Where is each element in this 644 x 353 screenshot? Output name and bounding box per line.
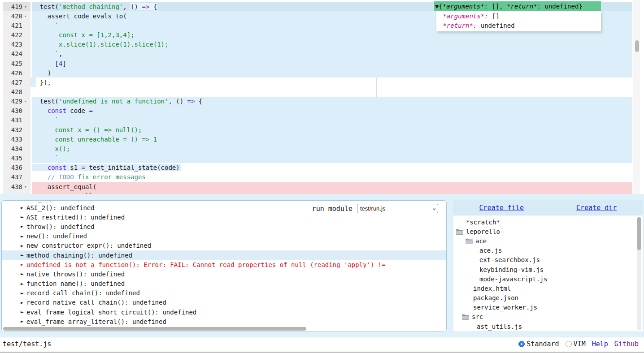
radio-unselected-icon[interactable]: [566, 341, 572, 347]
test-result-item[interactable]: ►eval_frame array_literal(): undefined: [2, 317, 446, 326]
create-file-link[interactable]: Create file: [479, 204, 524, 212]
code-line-428[interactable]: 428: [0, 87, 632, 96]
code-text[interactable]: const code =: [30, 106, 632, 116]
test-result-item[interactable]: ►throw(): undefined: [2, 222, 446, 231]
collapse-triangle-icon[interactable]: ►: [21, 243, 26, 249]
value-tooltip-summary[interactable]: ▼{*arguments*: [], *return*: undefined}: [434, 1, 601, 11]
code-text[interactable]: const x = () => null();: [30, 125, 632, 134]
test-result-item[interactable]: ►undefined is not a function(): Error: F…: [2, 260, 446, 269]
code-line-430[interactable]: 430 const code =: [0, 106, 632, 116]
tree-item-ace[interactable]: ace: [453, 236, 643, 245]
collapse-triangle-icon[interactable]: ►: [21, 300, 26, 306]
fold-arrow-icon[interactable]: ▾: [22, 4, 29, 9]
run-module-select[interactable]: test/run.js: [357, 204, 438, 213]
collapse-triangle-icon[interactable]: ►: [21, 290, 26, 296]
code-line-422[interactable]: 422 const x = [1,2,3,4];: [0, 30, 632, 39]
tree-item--scratch-[interactable]: *scratch*: [453, 217, 643, 227]
test-result-item[interactable]: ►record native call chain(): undefined: [2, 298, 446, 307]
gutter-cell: 421: [0, 21, 30, 30]
tree-item-package-json[interactable]: package.json: [453, 293, 643, 303]
help-link[interactable]: Help: [592, 340, 608, 348]
create-dir-link[interactable]: Create dir: [576, 204, 617, 212]
tree-item-src[interactable]: src: [453, 312, 643, 322]
tree-item-service-worker-js[interactable]: service_worker.js: [453, 303, 643, 312]
code-text[interactable]: x();: [30, 144, 632, 153]
tree-scrollbar-thumb[interactable]: [637, 217, 641, 250]
code-text[interactable]: const s1 = test_initial_state(code): [30, 163, 632, 172]
code-line-433[interactable]: 433 const unreachable = () => 1: [0, 134, 632, 144]
tooltip-entry[interactable]: *return*: undefined: [439, 21, 597, 30]
test-result-item[interactable]: ►record call chain(): undefined: [2, 288, 446, 298]
test-result-item[interactable]: ►method chaining(): undefined: [2, 250, 446, 260]
code-line-432[interactable]: 432 const x = () => null();: [0, 125, 632, 134]
tree-item-label: service_worker.js: [473, 304, 537, 311]
collapse-triangle-icon[interactable]: ►: [21, 319, 26, 324]
tree-item-mode-javascript-js[interactable]: mode-javascript.js: [453, 274, 643, 284]
collapse-triangle-icon[interactable]: ►: [21, 224, 26, 229]
line-number: 432: [0, 126, 22, 133]
tree-item-index-html[interactable]: index.html: [453, 284, 643, 293]
tree-item-keybinding-vim-js[interactable]: keybinding-vim.js: [453, 265, 643, 274]
radio-selected-icon[interactable]: [518, 341, 525, 347]
tree-item-label: ace: [475, 237, 487, 245]
code-text[interactable]: const unreachable = () => 1: [30, 134, 632, 144]
keybinding-standard-option[interactable]: Standard: [518, 340, 559, 348]
collapse-triangle-icon[interactable]: ►: [21, 252, 26, 258]
code-line-424[interactable]: 424 `,: [0, 49, 632, 59]
code-text[interactable]: }),: [30, 77, 632, 87]
code-text[interactable]: x.slice(1).slice(1).slice(1);: [30, 40, 632, 49]
fold-arrow-icon[interactable]: ▾: [22, 14, 29, 18]
collapse-triangle-icon[interactable]: ►: [21, 205, 26, 211]
collapse-triangle-icon[interactable]: ►: [21, 271, 26, 277]
code-text[interactable]: ): [30, 68, 632, 77]
collapse-triangle-icon[interactable]: ►: [21, 262, 26, 267]
collapse-triangle-icon[interactable]: ►: [21, 233, 26, 239]
code-text[interactable]: `: [30, 154, 632, 163]
code-editor[interactable]: 419▾ test('method chaining', () => {420▾…: [0, 0, 644, 194]
code-text[interactable]: `: [30, 116, 632, 125]
collapse-triangle-icon[interactable]: ►: [21, 201, 26, 201]
code-line-438[interactable]: 438▾ assert_equal(: [0, 182, 632, 191]
test-result-item[interactable]: ►eval_frame logical short circuit(): und…: [2, 307, 446, 317]
gutter-cell: 419▾: [0, 2, 30, 11]
code-text[interactable]: `,: [30, 49, 632, 59]
code-line-427[interactable]: 427 }),: [0, 77, 632, 87]
results-hscrollbar-thumb[interactable]: [3, 327, 306, 331]
line-number: 429: [0, 98, 22, 105]
code-text[interactable]: assert_equal(: [30, 182, 632, 191]
code-text[interactable]: // TODO fix error messages: [30, 172, 632, 182]
keybinding-vim-option[interactable]: VIM: [566, 340, 586, 348]
test-result-item[interactable]: ►native throws(): undefined: [2, 269, 446, 279]
code-line-436[interactable]: 436 const s1 = test_initial_state(code): [0, 163, 632, 172]
collapse-triangle-icon[interactable]: ►: [21, 214, 26, 220]
tree-item-leporello[interactable]: leporello: [453, 227, 643, 236]
fold-arrow-icon[interactable]: ▾: [22, 99, 29, 103]
collapse-triangle-icon[interactable]: ►: [21, 281, 26, 287]
code-line-423[interactable]: 423 x.slice(1).slice(1).slice(1);: [0, 40, 632, 49]
code-line-434[interactable]: 434 x();: [0, 144, 632, 153]
code-line-425[interactable]: 425 [4]: [0, 59, 632, 68]
test-result-item[interactable]: ►new constructor expr(): undefined: [2, 241, 446, 250]
code-line-431[interactable]: 431 `: [0, 116, 632, 125]
code-line-435[interactable]: 435 `: [0, 154, 632, 163]
test-result-item[interactable]: ►new(): undefined: [2, 232, 446, 241]
fold-arrow-icon[interactable]: ▾: [22, 185, 29, 189]
test-result-item[interactable]: ►function name(): undefined: [2, 279, 446, 288]
code-text[interactable]: const x = [1,2,3,4];: [30, 30, 632, 39]
code-line-426[interactable]: 426 ): [0, 68, 632, 77]
editor-scrollbar-thumb[interactable]: [635, 40, 639, 52]
code-text[interactable]: [30, 87, 632, 96]
test-result-item[interactable]: ►ASI_restrited(): undefined: [2, 212, 446, 222]
code-line-437[interactable]: 437 // TODO fix error messages: [0, 172, 632, 182]
code-line-429[interactable]: 429▾ test('undefined is not a function',…: [0, 97, 632, 106]
collapse-triangle-icon[interactable]: ►: [21, 309, 26, 315]
code-token: fix error messages: [74, 173, 146, 181]
github-link[interactable]: Github: [614, 340, 639, 348]
tree-item-ext-searchbox-js[interactable]: ext-searchbox.js: [453, 255, 643, 265]
line-number: 427: [0, 79, 22, 86]
tooltip-entry[interactable]: *arguments*: []: [439, 11, 597, 21]
tree-item-ace-js[interactable]: ace.js: [453, 246, 643, 255]
tree-item-ast-utils-js[interactable]: ast_utils.js: [453, 322, 643, 331]
code-text[interactable]: test('undefined is not a function', () =…: [30, 97, 632, 106]
code-text[interactable]: [4]: [30, 59, 632, 68]
